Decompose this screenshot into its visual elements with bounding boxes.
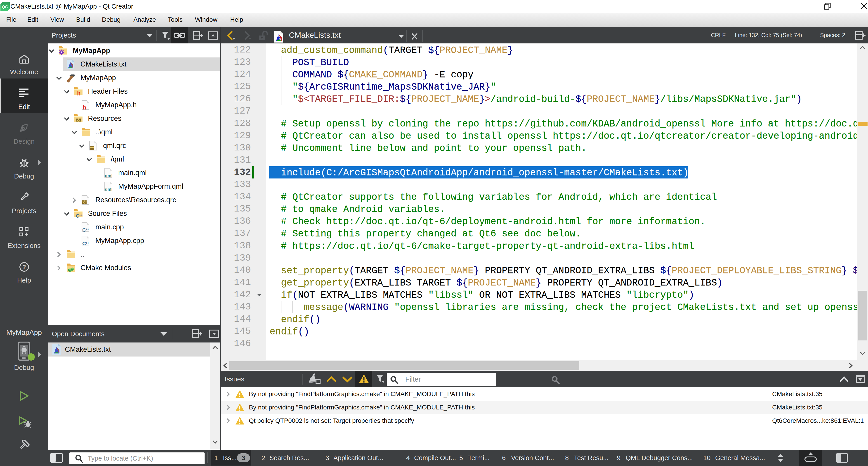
svg-text:qml: qml xyxy=(105,173,113,178)
svg-text:h: h xyxy=(77,90,81,96)
svg-text:++: ++ xyxy=(79,213,83,217)
svg-text:C: C xyxy=(82,241,86,246)
svg-text:QC: QC xyxy=(2,4,8,9)
svg-text:h: h xyxy=(83,105,86,110)
svg-text:C: C xyxy=(76,213,79,219)
svg-text:C: C xyxy=(82,227,86,232)
svg-text:?: ? xyxy=(22,264,26,270)
svg-text:qml: qml xyxy=(105,187,113,192)
svg-text:++: ++ xyxy=(86,241,89,244)
svg-text:++: ++ xyxy=(86,228,89,231)
